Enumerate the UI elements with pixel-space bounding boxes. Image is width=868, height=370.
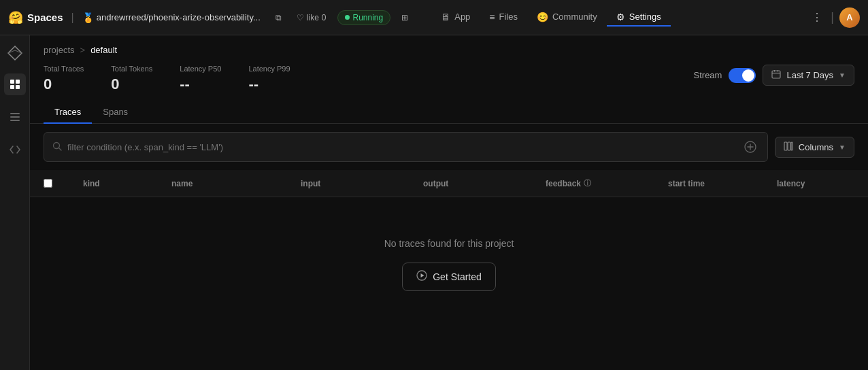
page-tabs: Traces Spans bbox=[30, 101, 868, 124]
breadcrumb-projects[interactable]: projects bbox=[44, 45, 75, 55]
date-chevron-icon: ▼ bbox=[839, 71, 846, 79]
stream-toggle[interactable] bbox=[729, 68, 756, 83]
add-filter-button[interactable] bbox=[741, 138, 759, 156]
nav-tabs: 🖥 App ≡ Files 😊 Community ⚙ Settings bbox=[431, 9, 671, 27]
th-kind-label: kind bbox=[83, 179, 100, 188]
community-tab-icon: 😊 bbox=[537, 12, 548, 22]
sidebar-code-icon[interactable] bbox=[4, 139, 26, 161]
tab-settings[interactable]: ⚙ Settings bbox=[607, 9, 671, 27]
sidebar-grid-icon[interactable] bbox=[4, 73, 26, 95]
sidebar-logo bbox=[5, 44, 24, 63]
th-output[interactable]: output bbox=[418, 179, 540, 188]
app-logo: 🤗 Spaces bbox=[8, 10, 63, 25]
columns-icon bbox=[784, 141, 793, 153]
th-input-label: input bbox=[301, 179, 320, 188]
like-label: like bbox=[307, 13, 319, 22]
divider: | bbox=[831, 10, 834, 24]
nav-separator: | bbox=[71, 12, 74, 24]
table-header: kind name input output feedback ⓘ start … bbox=[30, 170, 868, 197]
empty-message: No traces found for this project bbox=[384, 238, 514, 249]
breadcrumb: projects > default bbox=[30, 35, 868, 62]
tab-spans[interactable]: Spans bbox=[92, 101, 139, 124]
settings-tab-label: Settings bbox=[629, 12, 661, 22]
th-feedback-label: feedback bbox=[546, 179, 581, 188]
settings-icon-btn[interactable]: ⊞ bbox=[397, 10, 412, 25]
select-all-checkbox[interactable] bbox=[44, 179, 52, 188]
avatar[interactable]: A bbox=[839, 7, 860, 28]
files-tab-label: Files bbox=[499, 12, 518, 22]
tab-files[interactable]: ≡ Files bbox=[480, 9, 527, 27]
sidebar bbox=[0, 35, 30, 370]
th-output-label: output bbox=[423, 179, 448, 188]
content-area: projects > default Total Traces 0 Total … bbox=[30, 35, 868, 370]
th-name[interactable]: name bbox=[166, 179, 295, 188]
feedback-info-icon[interactable]: ⓘ bbox=[584, 178, 591, 188]
latency-p99-label: Latency P99 bbox=[248, 65, 290, 73]
svg-rect-17 bbox=[788, 142, 790, 150]
th-latency[interactable]: latency bbox=[771, 179, 854, 188]
th-feedback[interactable]: feedback ⓘ bbox=[540, 178, 663, 188]
like-count: 0 bbox=[322, 13, 327, 22]
latency-p99-value: -- bbox=[248, 75, 290, 93]
search-icon bbox=[52, 141, 62, 153]
community-tab-label: Community bbox=[552, 12, 597, 22]
repo-emoji: 🏅 bbox=[82, 12, 94, 23]
stat-latency-p50: Latency P50 -- bbox=[180, 65, 221, 93]
settings-tab-icon: ⚙ bbox=[616, 12, 625, 22]
spans-tab-label: Spans bbox=[103, 107, 128, 117]
more-button[interactable]: ⋮ bbox=[809, 8, 825, 27]
svg-rect-2 bbox=[10, 85, 14, 89]
sidebar-list-icon[interactable] bbox=[4, 106, 26, 128]
toggle-knob bbox=[742, 69, 754, 82]
more-icon: ⋮ bbox=[812, 11, 822, 24]
svg-marker-20 bbox=[421, 273, 424, 278]
th-kind[interactable]: kind bbox=[78, 179, 166, 188]
app-tab-label: App bbox=[454, 12, 470, 22]
repo-name: andrewrreed/phoenix-arize-observability.… bbox=[97, 12, 261, 22]
latency-p50-value: -- bbox=[180, 75, 221, 93]
nav-right: ⋮ | A bbox=[809, 7, 860, 28]
th-input[interactable]: input bbox=[295, 179, 418, 188]
th-checkbox[interactable] bbox=[44, 179, 64, 188]
breadcrumb-current: default bbox=[90, 45, 117, 55]
get-started-label: Get Started bbox=[433, 271, 482, 282]
svg-rect-3 bbox=[16, 85, 20, 89]
like-button[interactable]: ♡ like 0 bbox=[293, 10, 331, 25]
columns-chevron-icon: ▼ bbox=[839, 144, 846, 151]
tab-community[interactable]: 😊 Community bbox=[527, 9, 607, 27]
top-nav: 🤗 Spaces | 🏅 andrewrreed/phoenix-arize-o… bbox=[0, 0, 868, 35]
th-start-time[interactable]: start time bbox=[663, 179, 771, 188]
nav-actions: ⧉ ♡ like 0 Running ⊞ bbox=[271, 10, 412, 25]
app-title: Spaces bbox=[27, 12, 63, 23]
svg-line-12 bbox=[59, 148, 62, 150]
total-traces-label: Total Traces bbox=[44, 65, 84, 73]
app-tab-icon: 🖥 bbox=[441, 12, 450, 22]
latency-p50-label: Latency P50 bbox=[180, 65, 221, 73]
files-tab-icon: ≡ bbox=[489, 12, 495, 22]
grid-icon: ⊞ bbox=[401, 13, 408, 22]
copy-button[interactable]: ⧉ bbox=[271, 10, 286, 25]
date-filter-button[interactable]: Last 7 Days ▼ bbox=[763, 65, 854, 86]
filter-row: Columns ▼ bbox=[30, 124, 868, 170]
get-started-button[interactable]: Get Started bbox=[402, 263, 496, 291]
total-tokens-label: Total Tokens bbox=[111, 65, 152, 73]
search-input[interactable] bbox=[67, 142, 736, 152]
breadcrumb-separator: > bbox=[80, 45, 86, 55]
traces-tab-label: Traces bbox=[54, 107, 81, 117]
columns-button[interactable]: Columns ▼ bbox=[775, 137, 854, 158]
total-tokens-value: 0 bbox=[111, 75, 152, 93]
status-label: Running bbox=[353, 13, 384, 22]
columns-label: Columns bbox=[799, 142, 833, 152]
status-badge: Running bbox=[337, 10, 391, 25]
th-start-label: start time bbox=[668, 179, 705, 188]
svg-rect-0 bbox=[10, 80, 14, 84]
tab-app[interactable]: 🖥 App bbox=[431, 9, 480, 27]
th-latency-label: latency bbox=[777, 179, 805, 188]
svg-rect-16 bbox=[784, 142, 787, 150]
date-filter-label: Last 7 Days bbox=[786, 70, 833, 80]
status-dot bbox=[345, 15, 350, 20]
tab-traces[interactable]: Traces bbox=[44, 101, 92, 124]
play-icon bbox=[416, 270, 427, 284]
repo-link[interactable]: 🏅 andrewrreed/phoenix-arize-observabilit… bbox=[82, 12, 261, 23]
stat-latency-p99: Latency P99 -- bbox=[248, 65, 290, 93]
